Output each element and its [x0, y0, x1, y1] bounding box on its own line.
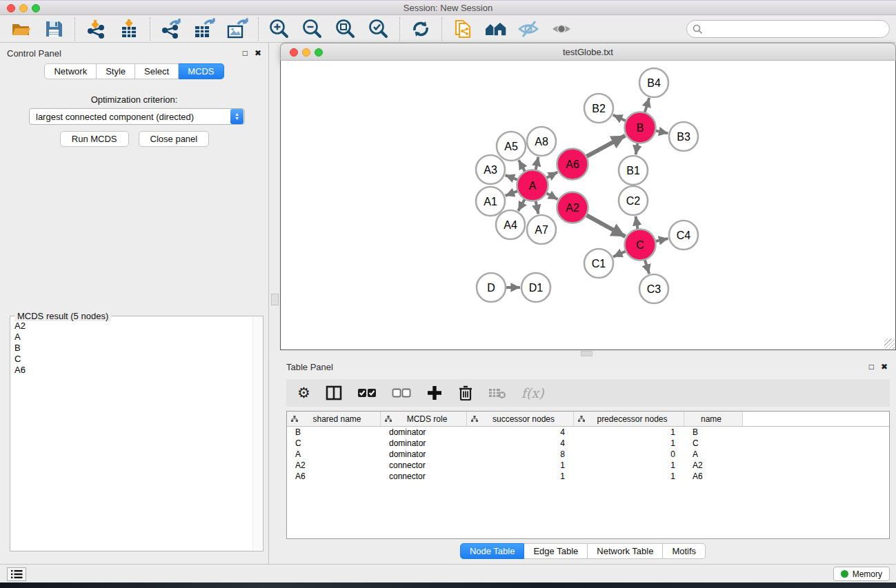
mcds-result-scrollbar[interactable] [252, 317, 262, 550]
table-cell[interactable]: connector [381, 472, 467, 481]
column-header-predecessor-nodes[interactable]: predecessor nodes [574, 412, 684, 426]
select-all-columns-icon[interactable] [357, 388, 377, 398]
vertical-divider-grip[interactable] [271, 294, 279, 305]
save-session-button[interactable] [42, 17, 66, 41]
graph-node-A3[interactable]: A3 [476, 155, 505, 184]
show-all-networks-button[interactable] [484, 17, 508, 41]
graph-node-A8[interactable]: A8 [527, 127, 556, 156]
close-panel-button[interactable]: Close panel [139, 131, 210, 147]
table-cell[interactable]: dominator [381, 427, 467, 437]
table-row[interactable]: A2connector11A2 [287, 460, 889, 471]
tab-edge-table[interactable]: Edge Table [524, 543, 588, 559]
graph-node-A6[interactable]: A6 [557, 149, 588, 180]
zoom-in-button[interactable] [268, 17, 291, 41]
hide-selected-button[interactable] [517, 17, 541, 41]
mcds-result-item[interactable]: A2 [11, 321, 252, 332]
graph-node-B2[interactable]: B2 [584, 94, 613, 123]
delete-columns-icon[interactable] [458, 385, 473, 401]
tab-network[interactable]: Network [44, 63, 97, 79]
tab-select[interactable]: Select [135, 63, 179, 79]
task-history-button[interactable] [7, 567, 26, 581]
mcds-result-item[interactable]: A [11, 332, 252, 343]
graph-node-A5[interactable]: A5 [497, 132, 526, 161]
export-network-button[interactable] [159, 17, 183, 41]
close-panel-icon[interactable]: ✖ [255, 48, 261, 58]
graph-node-C2[interactable]: C2 [619, 186, 648, 215]
graph-node-A[interactable]: A [517, 170, 548, 201]
table-row[interactable]: Bdominator41B [287, 427, 889, 438]
table-cell[interactable]: 1 [574, 438, 684, 448]
table-row[interactable]: Adominator80A [287, 449, 889, 460]
graph-node-A1[interactable]: A1 [476, 187, 505, 216]
optimization-criterion-dropdown[interactable]: largest connected component (directed) ▲… [29, 108, 245, 125]
table-row[interactable]: A6connector11A6 [287, 471, 889, 482]
table-cell[interactable]: A6 [684, 472, 743, 481]
table-cell[interactable]: C [684, 438, 743, 448]
column-header-name[interactable]: name [684, 412, 743, 426]
table-cell[interactable]: 0 [574, 449, 684, 459]
graph-node-D[interactable]: D [477, 273, 506, 302]
horizontal-divider-grip[interactable] [581, 351, 593, 356]
table-cell[interactable]: 1 [574, 460, 684, 470]
graph-node-C4[interactable]: C4 [669, 221, 698, 250]
table-cell[interactable]: dominator [381, 438, 467, 448]
export-image-button[interactable] [226, 17, 249, 41]
tab-node-table[interactable]: Node Table [460, 543, 525, 559]
table-cell[interactable]: 1 [467, 460, 574, 470]
tab-mcds[interactable]: MCDS [179, 63, 223, 79]
table-cell[interactable]: 8 [467, 449, 574, 459]
column-header-successor-nodes[interactable]: successor nodes [467, 412, 574, 426]
delete-table-icon[interactable] [488, 387, 506, 399]
graph-node-C1[interactable]: C1 [584, 249, 613, 278]
zoom-selected-button[interactable] [367, 17, 390, 41]
memory-button[interactable]: Memory [833, 567, 890, 581]
float-panel-icon[interactable]: □ [243, 48, 248, 58]
column-header-shared-name[interactable]: shared name [287, 412, 381, 426]
table-cell[interactable]: A2 [684, 460, 743, 470]
table-cell[interactable]: A6 [287, 472, 381, 481]
tab-network-table[interactable]: Network Table [588, 543, 663, 559]
search-input[interactable] [706, 24, 889, 34]
mcds-result-item[interactable]: C [11, 354, 252, 365]
table-cell[interactable]: 4 [467, 438, 574, 448]
network-window-titlebar[interactable]: testGlobe.txt [280, 43, 896, 61]
network-from-selection-button[interactable] [451, 17, 475, 41]
float-table-panel-icon[interactable]: □ [869, 362, 874, 372]
zoom-fit-button[interactable] [334, 17, 357, 41]
show-column-icon[interactable] [326, 385, 342, 401]
open-session-button[interactable] [9, 17, 32, 41]
zoom-out-button[interactable] [301, 17, 324, 41]
network-graph[interactable]: B4B2BB3A8A5A6A3B1AA1C2A2A4A7C4CC1C3DD1 [281, 61, 895, 349]
import-table-button[interactable] [117, 17, 141, 41]
node-table[interactable]: shared nameMCDS rolesuccessor nodesprede… [286, 411, 890, 539]
table-cell[interactable]: 4 [467, 427, 574, 437]
graph-node-A4[interactable]: A4 [496, 210, 525, 239]
graph-node-C3[interactable]: C3 [639, 274, 668, 303]
refresh-view-button[interactable] [409, 17, 432, 41]
unselect-all-columns-icon[interactable] [392, 388, 411, 398]
close-table-panel-icon[interactable]: ✖ [881, 362, 888, 372]
show-hidden-button[interactable] [550, 17, 574, 41]
graph-node-D1[interactable]: D1 [521, 273, 550, 302]
table-row[interactable]: Cdominator41C [287, 438, 889, 449]
network-canvas[interactable]: B4B2BB3A8A5A6A3B1AA1C2A2A4A7C4CC1C3DD1 [280, 61, 896, 350]
table-options-gear-icon[interactable]: ⚙ [297, 386, 310, 400]
export-table-button[interactable] [192, 17, 216, 41]
graph-node-B1[interactable]: B1 [619, 156, 648, 185]
table-cell[interactable]: A2 [287, 460, 381, 470]
table-cell[interactable]: connector [381, 460, 467, 470]
table-cell[interactable]: 1 [574, 472, 684, 481]
graph-node-B[interactable]: B [625, 112, 656, 143]
table-cell[interactable]: A [287, 449, 381, 459]
graph-node-B4[interactable]: B4 [639, 68, 668, 97]
graph-node-B3[interactable]: B3 [669, 122, 698, 151]
mcds-result-item[interactable]: A6 [11, 365, 252, 376]
tab-motifs[interactable]: Motifs [663, 543, 706, 559]
mcds-result-item[interactable]: B [11, 343, 252, 354]
table-cell[interactable]: 1 [574, 427, 684, 437]
tab-style[interactable]: Style [97, 63, 135, 79]
run-mcds-button[interactable]: Run MCDS [60, 131, 129, 147]
function-builder-icon[interactable]: f(x) [521, 385, 544, 401]
search-box[interactable] [686, 20, 890, 38]
table-cell[interactable]: dominator [381, 449, 467, 459]
